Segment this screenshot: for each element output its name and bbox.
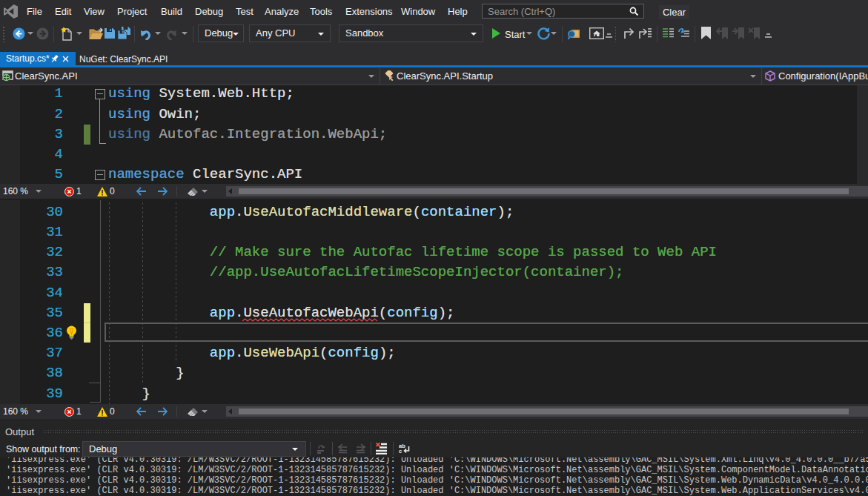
svg-text:c: c: [399, 448, 402, 454]
